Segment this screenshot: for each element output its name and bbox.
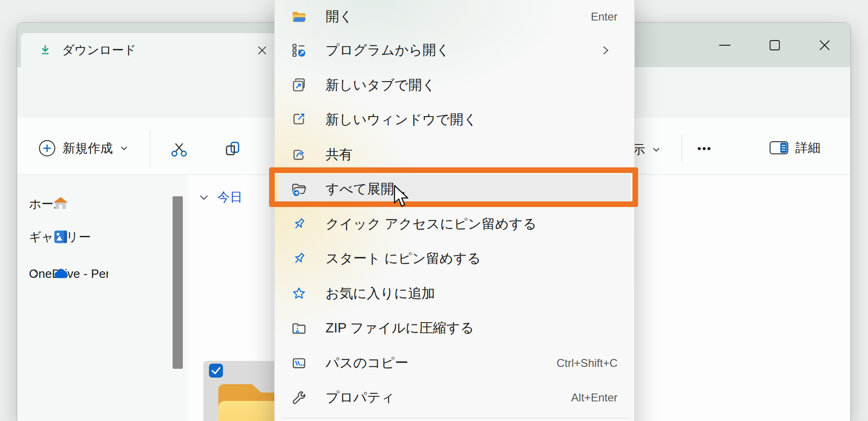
see-more-button[interactable]: ••• [697,142,712,155]
minimize-icon [719,39,731,51]
tab-close-icon [257,46,267,55]
menu-item-shortcut: Alt+Enter [571,391,618,404]
menu-item-shortcut: Ctrl+Shift+C [556,357,618,370]
menu-item-label: ZIP ファイルに圧縮する [326,319,474,338]
submenu-chevron-icon [601,45,610,56]
toolbar-separator [681,135,682,163]
sidebar-item-home[interactable]: ホーム [17,191,188,217]
plus-circle-icon [38,139,56,157]
menu-item-add-favorites[interactable]: お気に入りに追加 [279,279,631,309]
open-new-tab-icon [291,77,307,94]
sidebar-scrollbar[interactable] [173,196,183,369]
annotation-highlight-box [269,167,638,207]
details-button-label: 詳細 [795,139,820,156]
chevron-down-icon [199,192,209,202]
tab-title: ダウンロード [62,42,136,58]
pin-outline-icon [291,250,307,267]
menu-item-open-new-window[interactable]: 新しいウィンドウで開く [279,105,631,135]
context-menu: 開く Enter プログラムから開く [274,0,635,421]
checkbox-checked[interactable] [209,364,223,378]
star-outline-icon [291,285,307,302]
copy-icon [223,140,241,158]
sidebar-item-gallery[interactable]: ギャラリー [17,224,188,250]
close-icon [819,39,831,51]
menu-item-copy-path[interactable]: パスのコピー Ctrl+Shift+C [279,348,631,378]
details-button[interactable]: 詳細 [769,139,820,156]
folder-open-color-icon [291,8,307,25]
maximize-icon [769,39,781,51]
menu-item-open[interactable]: 開く Enter [279,2,631,32]
menu-item-label: 新しいウィンドウで開く [326,110,477,129]
screenshot-root: ダウンロード ドの検索 [0,0,868,421]
menu-separator [281,418,629,418]
copy-button[interactable] [223,140,241,158]
details-pane-icon [769,140,789,156]
chevron-down-icon [119,144,129,153]
new-button[interactable]: 新規作成 [38,139,129,157]
menu-item-pin-quick-access[interactable]: クイック アクセスにピン留めする [279,209,631,239]
maximize-button[interactable] [760,23,790,67]
open-with-icon [291,42,307,59]
menu-item-open-new-tab[interactable]: 新しいタブで開く [279,70,631,100]
menu-item-open-with[interactable]: プログラムから開く [279,35,631,65]
menu-item-label: 新しいタブで開く [326,76,436,95]
close-button[interactable] [810,23,840,67]
scissors-icon [170,140,188,158]
mouse-cursor-icon [393,185,410,208]
cut-button[interactable] [170,140,188,158]
menu-item-label: パスのコピー [326,354,408,373]
menu-item-label: プログラムから開く [326,41,450,60]
zip-folder-icon [291,320,307,337]
onedrive-cloud-icon [52,265,69,282]
copy-path-icon [291,355,307,372]
menu-item-label: お気に入りに追加 [326,284,435,303]
toolbar-separator [150,130,150,167]
share-icon [291,146,307,163]
wrench-icon [291,389,307,406]
menu-item-label: 共有 [326,145,353,164]
ellipsis-icon: ••• [697,142,712,155]
group-label: 今日 [217,189,243,206]
menu-item-share[interactable]: 共有 [279,140,631,170]
menu-item-shortcut: Enter [591,10,618,23]
sidebar-item-onedrive[interactable]: OneDrive - Perso [17,261,188,287]
menu-item-compress-zip[interactable]: ZIP ファイルに圧縮する [279,313,631,343]
gallery-icon [52,228,69,245]
menu-item-properties[interactable]: プロパティ Alt+Enter [279,383,631,413]
chevron-right-icon [31,269,41,278]
new-button-label: 新規作成 [62,140,113,157]
menu-item-label: 開く [326,7,353,26]
sidebar: ホーム ギャラリー OneDrive - Perso [17,175,188,421]
menu-item-label: クイック アクセスにピン留めする [326,215,537,234]
download-icon [39,43,52,57]
group-header-today[interactable]: 今日 [199,189,243,206]
tab-downloads[interactable]: ダウンロード [21,33,282,67]
chevron-down-icon [652,145,661,154]
check-icon [209,364,223,378]
menu-item-label: スタート にピン留めする [326,249,481,268]
open-new-window-icon [291,111,307,128]
menu-item-pin-start[interactable]: スタート にピン留めする [279,244,631,274]
tab-close-button[interactable] [254,42,270,58]
menu-item-label: プロパティ [326,388,395,407]
pin-outline-icon [291,216,307,233]
home-icon [52,195,69,212]
minimize-button[interactable] [710,23,740,67]
